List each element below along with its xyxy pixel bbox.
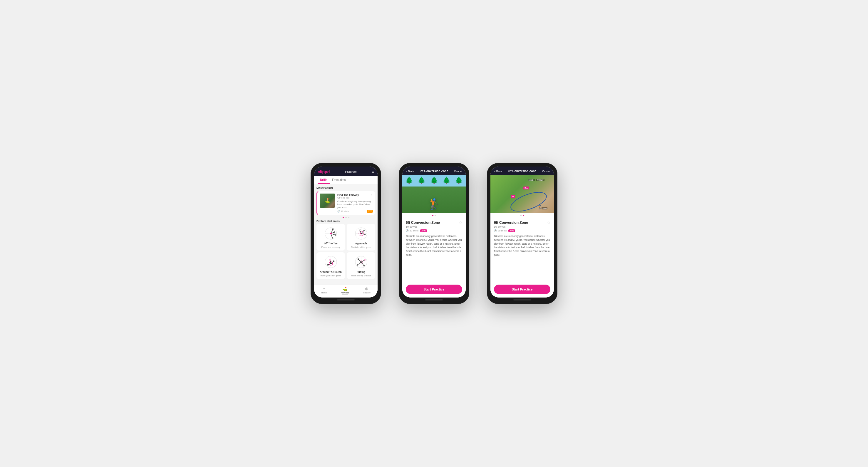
most-popular-label: Most Popular [316, 187, 375, 190]
approach-skill-desc: Dial-in to hit the green [351, 246, 371, 248]
thumbnail-image [320, 194, 335, 208]
capture-icon: ⊕ [365, 287, 369, 291]
start-practice-button[interactable]: Start Practice [406, 285, 462, 294]
featured-drill-card[interactable]: Find The Fairway Off The Tee Create an i… [316, 191, 375, 215]
back-button-3[interactable]: < Back [494, 170, 502, 173]
capture-label: Capture [363, 292, 371, 294]
back-button[interactable]: < Back [406, 170, 414, 173]
nav-capture[interactable]: ⊕ Capture [363, 287, 371, 295]
image-dot-3-1 [520, 215, 522, 216]
drill-name-row-3: 6ft Conversion Zone ☆ [494, 221, 550, 225]
map-golfer-figure: 🏌️ [537, 205, 542, 209]
drill-favourite-star[interactable]: ☆ [459, 221, 462, 225]
drill-description-text-3: 20 shots are randomly generated at dista… [494, 234, 550, 257]
skill-card-arg[interactable]: Around The Green Hone your short game [316, 252, 345, 279]
image-dot-1 [432, 215, 433, 216]
drill-subtitle: Off The Tee [337, 197, 373, 199]
tree-1: 🌲 [405, 176, 413, 193]
tab-favourites[interactable]: Favourites [330, 176, 348, 184]
cancel-button[interactable]: Cancel [454, 170, 462, 173]
phone-2-screen: < Back 6ft Conversion Zone Cancel 🌲 🌲 🌲 … [402, 167, 466, 298]
nav-activities[interactable]: ⛳ Activities [341, 287, 349, 295]
favourite-star[interactable]: ☆ [370, 194, 373, 197]
tree-5: 🌲 [455, 176, 463, 193]
phone-1: clippd Practice ≡ Drills Favourites Most… [311, 163, 381, 304]
drill-meta-3: 🕐 20 shots ARG [494, 229, 550, 232]
home-indicator-1 [337, 299, 355, 300]
svg-point-44 [364, 259, 366, 261]
putting-skill-icon [354, 255, 369, 269]
drill-favourite-star-3[interactable]: ☆ [547, 221, 550, 225]
clock-icon: 🕐 [337, 210, 340, 213]
active-underline [342, 295, 348, 295]
approach-skill-icon [354, 226, 369, 241]
skill-card-approach[interactable]: Approach Dial-in to hit the green [347, 224, 375, 251]
drill-description: Create an imaginary fairway using trees … [337, 200, 373, 208]
drill-shots: 🕐 20 shots [406, 229, 418, 232]
tab-drills[interactable]: Drills [318, 176, 330, 184]
arg-skill-desc: Hone your short game [320, 275, 341, 277]
phone-3-screen: < Back 6ft Conversion Zone Cancel Hit Mi… [490, 167, 554, 298]
header-title: Practice [345, 170, 357, 174]
card-footer: 🕐 10 shots OTT [337, 210, 373, 213]
menu-icon[interactable]: ≡ [372, 170, 374, 174]
arg-skill-name: Around The Green [320, 270, 342, 273]
skill-grid: Off The Tee Power and accuracy [316, 224, 375, 279]
drill-content-3[interactable]: 6ft Conversion Zone ☆ 10-50 yds 🕐 20 sho… [490, 218, 554, 282]
activities-icon: ⛳ [342, 287, 347, 291]
home-indicator-3 [513, 299, 531, 300]
phone3-bottom-bar: Start Practice [490, 282, 554, 298]
drill-nav-title: 6ft Conversion Zone [420, 169, 448, 173]
clock-icon-3: 🕐 [494, 229, 497, 232]
drill-description-text: 20 shots are randomly generated at dista… [406, 234, 462, 257]
ott-skill-name: Off The Tee [324, 242, 337, 245]
start-practice-button-3[interactable]: Start Practice [494, 285, 550, 294]
drill-name: 6ft Conversion Zone [406, 221, 440, 225]
skill-card-ott[interactable]: Off The Tee Power and accuracy [316, 224, 345, 251]
map-sand-label: SAND [541, 207, 548, 209]
drill-title: Find The Fairway [337, 194, 373, 197]
nav-home[interactable]: ⌂ Home [321, 287, 327, 295]
drill-distance-3: 10-50 yds [494, 225, 550, 228]
phone2-bottom-bar: Start Practice [402, 282, 466, 298]
drill-category-tag: ARG [420, 229, 427, 232]
map-fairway-label: FAIRWAY [536, 179, 544, 181]
svg-point-30 [330, 259, 331, 261]
phone2-header: < Back 6ft Conversion Zone Cancel [402, 167, 466, 175]
phone-3: < Back 6ft Conversion Zone Cancel Hit Mi… [487, 163, 557, 304]
skill-card-putting[interactable]: Putting Make and lag practice [347, 252, 375, 279]
explore-label: Explore skill areas [316, 220, 375, 223]
tree-3: 🌲 [430, 176, 438, 193]
dot-1 [343, 217, 344, 218]
home-label: Home [321, 292, 327, 294]
approach-skill-name: Approach [355, 242, 367, 245]
drill-map-image: Hit Miss FAIRWAY ROUGH SAND 🏌️ [490, 175, 554, 213]
phone-2: < Back 6ft Conversion Zone Cancel 🌲 🌲 🌲 … [399, 163, 469, 304]
map-path-curve [508, 188, 549, 213]
drill-tag: OTT [367, 210, 373, 213]
drill-meta: 🕐 20 shots ARG [406, 229, 462, 232]
dot-3 [348, 217, 349, 218]
clock-icon-2: 🕐 [406, 229, 409, 232]
drill-info: Find The Fairway Off The Tee Create an i… [337, 194, 373, 213]
practice-content[interactable]: Most Popular Find The Fairway Off The Te… [314, 184, 378, 285]
bottom-nav: ⌂ Home ⛳ Activities ⊕ Capture [314, 285, 378, 298]
map-hit-tag: Hit [511, 195, 515, 198]
drill-thumbnail [320, 194, 335, 208]
svg-point-7 [330, 233, 332, 234]
home-indicator-2 [425, 299, 443, 300]
phone-1-screen: clippd Practice ≡ Drills Favourites Most… [314, 167, 378, 298]
arg-skill-icon [323, 255, 338, 269]
shots-count: 🕐 10 shots [337, 210, 349, 213]
golfer-figure: 🏌️ [428, 198, 441, 210]
drill-content[interactable]: 6ft Conversion Zone ☆ 10-50 yds 🕐 20 sho… [402, 218, 466, 282]
trees-row: 🌲 🌲 🌲 🌲 🌲 [402, 175, 466, 193]
image-carousel-dots-3 [490, 213, 554, 218]
home-icon: ⌂ [322, 287, 325, 291]
tree-4: 🌲 [442, 176, 451, 193]
image-dot-3-2 [523, 215, 524, 216]
cancel-button-3[interactable]: Cancel [542, 170, 550, 173]
map-rough-label: ROUGH [528, 179, 535, 181]
phone3-header: < Back 6ft Conversion Zone Cancel [490, 167, 554, 175]
map-miss-tag: Miss [523, 187, 529, 190]
